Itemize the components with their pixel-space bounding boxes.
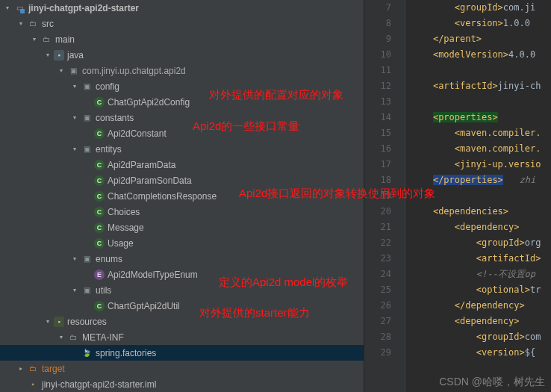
enum-icon: E <box>94 270 105 280</box>
tree-class[interactable]: CApi2dParamSonData <box>0 172 364 188</box>
tree-class[interactable]: CChatCompletionsResponse <box>0 188 364 204</box>
tree-label: Usage <box>108 238 134 249</box>
tree-label: entitys <box>96 144 122 155</box>
class-icon: C <box>94 191 105 202</box>
chevron-down-icon: ▾ <box>43 51 52 60</box>
class-icon: C <box>94 128 105 139</box>
class-icon: C <box>94 175 105 186</box>
tree-label: resources <box>67 317 107 327</box>
chevron-down-icon: ▾ <box>70 82 79 91</box>
tree-src[interactable]: ▾ 🗀 src <box>0 16 364 31</box>
tree-label: enums <box>96 254 122 264</box>
line-number: 8 <box>364 16 391 31</box>
line-number: 28 <box>364 329 391 345</box>
chevron-right-icon: ▸ <box>16 364 25 373</box>
source-root-icon: ▪ <box>54 50 64 60</box>
line-number: 12 <box>364 78 391 94</box>
package-icon: ▣ <box>81 81 93 93</box>
line-number: 29 <box>364 345 391 361</box>
line-number: 26 <box>364 298 391 314</box>
tree-class[interactable]: CMessage <box>0 220 364 235</box>
class-icon: C <box>94 97 105 108</box>
folder-icon: 🗀 <box>27 363 39 375</box>
tree-class[interactable]: C ChatGptApi2dConfig <box>0 94 364 110</box>
tree-label: src <box>42 19 54 29</box>
tree-entitys-pkg[interactable]: ▾ ▣ entitys <box>0 141 364 157</box>
tree-label: target <box>42 364 65 374</box>
tree-enums-pkg[interactable]: ▾ ▣ enums <box>0 251 364 267</box>
tree-java[interactable]: ▾ ▪ java <box>0 47 364 63</box>
line-number: 9 <box>364 31 391 47</box>
tree-resources[interactable]: ▾ ▪ resources <box>0 314 364 329</box>
package-icon: ▣ <box>81 112 93 124</box>
resources-root-icon: ▪ <box>54 317 64 327</box>
package-icon: ▣ <box>81 143 93 155</box>
tree-root[interactable]: ▾ ▭ jinyi-chatgpt-api2d-starter <box>0 0 364 16</box>
watermark-text: CSDN @哈喽，树先生 <box>439 376 545 389</box>
tree-class[interactable]: CChartGptApi2dUtil <box>0 298 364 314</box>
line-number: 13 <box>364 94 391 110</box>
tree-enum[interactable]: EApi2dModelTypeEnum <box>0 267 364 282</box>
line-number: 16 <box>364 141 391 157</box>
tree-label: java <box>67 50 84 60</box>
tree-label: main <box>55 34 75 45</box>
tree-label: ChatCompletionsResponse <box>108 191 217 202</box>
tree-label: jinyi-chatgpt-api2d-starter.iml <box>42 379 156 390</box>
tree-label: jinyi-chatgpt-api2d-starter <box>28 3 139 13</box>
chevron-down-icon: ▾ <box>70 145 79 154</box>
tree-class[interactable]: CUsage <box>0 235 364 251</box>
tree-target[interactable]: ▸ 🗀 target <box>0 361 364 376</box>
editor-code-area[interactable]: <groupId>com.ji <version>1.0.0 </parent>… <box>405 0 551 392</box>
tree-utils-pkg[interactable]: ▾ ▣ utils <box>0 282 364 298</box>
line-number: 24 <box>364 267 391 282</box>
package-icon: ▣ <box>81 284 93 296</box>
project-tree-panel: ▾ ▭ jinyi-chatgpt-api2d-starter ▾ 🗀 src … <box>0 0 364 392</box>
tree-metainf[interactable]: ▾ 🗀 META-INF <box>0 329 364 345</box>
tree-class[interactable]: CChoices <box>0 204 364 220</box>
chevron-down-icon: ▾ <box>57 333 66 342</box>
line-number: 25 <box>364 282 391 298</box>
class-icon: C <box>94 207 105 217</box>
folder-icon: 🗀 <box>27 18 39 30</box>
tree-class[interactable]: CApi2dParamData <box>0 157 364 172</box>
tree-label: config <box>96 81 119 92</box>
line-number: 19 <box>364 188 391 204</box>
class-icon: C <box>94 223 105 233</box>
chevron-down-icon: ▾ <box>3 4 12 13</box>
chevron-down-icon: ▾ <box>30 35 39 44</box>
package-icon: ▣ <box>67 65 79 77</box>
tree-label: Api2dModelTypeEnum <box>108 270 198 280</box>
folder-icon: 🗀 <box>40 34 52 46</box>
line-number: 18 <box>364 172 391 188</box>
line-number: 11 <box>364 63 391 78</box>
tree-label: constants <box>96 113 134 123</box>
chevron-down-icon: ▾ <box>70 255 79 264</box>
line-number: 15 <box>364 125 391 141</box>
chevron-down-icon: ▾ <box>43 317 52 326</box>
tree-package[interactable]: ▾ ▣ com.jinyi.up.chatgpt.api2d <box>0 63 364 78</box>
class-icon: C <box>94 238 105 249</box>
line-number: 20 <box>364 204 391 220</box>
line-number: 17 <box>364 157 391 172</box>
tree-label: Choices <box>108 207 140 217</box>
chevron-down-icon: ▾ <box>16 19 25 28</box>
tree-label: ChartGptApi2dUtil <box>108 301 180 311</box>
tree-main[interactable]: ▾ 🗀 main <box>0 31 364 47</box>
module-icon: ▭ <box>13 2 25 14</box>
tree-factories-file[interactable]: 🍃 spring.factories <box>0 345 364 361</box>
tree-constants-pkg[interactable]: ▾ ▣ constants <box>0 110 364 125</box>
line-number: 27 <box>364 314 391 329</box>
tree-label: spring.factories <box>96 348 156 358</box>
tree-class[interactable]: C Api2dConstant <box>0 125 364 141</box>
tree-config-pkg[interactable]: ▾ ▣ config <box>0 78 364 94</box>
iml-file-icon: ▪ <box>27 379 39 391</box>
line-number: 22 <box>364 235 391 251</box>
chevron-down-icon: ▾ <box>57 66 66 75</box>
chevron-down-icon: ▾ <box>70 113 79 122</box>
tree-iml-file[interactable]: ▪ jinyi-chatgpt-api2d-starter.iml <box>0 376 364 392</box>
editor-gutter: 7 8 9 10 11 12 13 14 15 16 17 18 19 20 2… <box>364 0 405 392</box>
tree-label: Api2dParamSonData <box>108 175 192 186</box>
line-number: 21 <box>364 220 391 235</box>
class-icon: C <box>94 160 105 170</box>
class-icon: C <box>94 301 105 311</box>
